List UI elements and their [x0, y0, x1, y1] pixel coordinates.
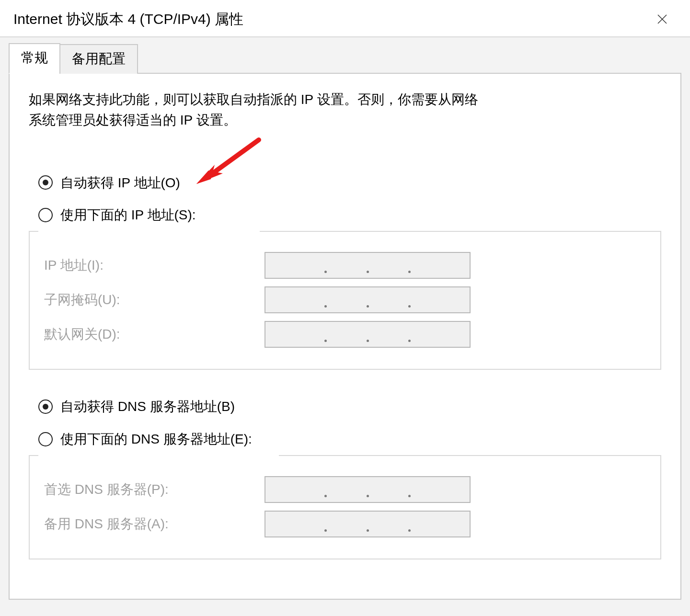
ip-settings-group: 自动获得 IP 地址(O) 使用下面的 IP 地址(S): IP 地址(I): …: [29, 174, 661, 370]
ip-address-label: IP 地址(I):: [44, 256, 264, 274]
radio-manual-ip[interactable]: 使用下面的 IP 地址(S):: [38, 206, 661, 224]
field-default-gateway: 默认网关(D):: [44, 321, 646, 348]
titlebar: Internet 协议版本 4 (TCP/IPv4) 属性: [0, 0, 690, 37]
ip-dot-icon: [367, 529, 369, 532]
field-alternate-dns: 备用 DNS 服务器(A):: [44, 511, 646, 537]
radio-icon: [38, 175, 53, 190]
field-preferred-dns: 首选 DNS 服务器(P):: [44, 476, 646, 503]
field-subnet-mask: 子网掩码(U):: [44, 286, 646, 313]
tab-general-label: 常规: [21, 50, 48, 65]
alternate-dns-label: 备用 DNS 服务器(A):: [44, 515, 264, 533]
intro-text: 如果网络支持此功能，则可以获取自动指派的 IP 设置。否则，你需要从网络系统管理…: [29, 89, 479, 131]
subnet-mask-label: 子网掩码(U):: [44, 291, 264, 309]
ip-dot-icon: [324, 340, 327, 342]
radio-auto-ip-label: 自动获得 IP 地址(O): [60, 174, 180, 192]
radio-icon: [38, 432, 53, 446]
dns-fieldset: 首选 DNS 服务器(P): 备用 DNS 服务器(A):: [29, 455, 661, 559]
subnet-mask-input[interactable]: [264, 286, 471, 313]
ip-dot-icon: [324, 271, 327, 273]
dialog-body: 常规 备用配置 如果网络支持此功能，则可以获取自动指派的 IP 设置。否则，你需…: [0, 37, 690, 608]
radio-manual-dns[interactable]: 使用下面的 DNS 服务器地址(E):: [38, 430, 661, 448]
ip-dot-icon: [408, 271, 411, 273]
preferred-dns-label: 首选 DNS 服务器(P):: [44, 480, 264, 499]
radio-auto-dns-label: 自动获得 DNS 服务器地址(B): [60, 398, 235, 416]
preferred-dns-input[interactable]: [264, 476, 471, 503]
ip-dot-icon: [367, 340, 369, 342]
field-ip-address: IP 地址(I):: [44, 252, 646, 279]
default-gateway-label: 默认网关(D):: [44, 325, 264, 343]
radio-manual-dns-label: 使用下面的 DNS 服务器地址(E):: [60, 430, 252, 448]
ip-dot-icon: [367, 495, 369, 497]
ip-dot-icon: [324, 529, 327, 532]
window-title: Internet 协议版本 4 (TCP/IPv4) 属性: [13, 10, 243, 29]
tab-general[interactable]: 常规: [9, 43, 60, 74]
ip-dot-icon: [324, 305, 327, 308]
ip-dot-icon: [408, 340, 411, 342]
ip-dot-icon: [408, 305, 411, 308]
tab-alternate[interactable]: 备用配置: [59, 44, 138, 74]
ip-dot-icon: [367, 271, 369, 273]
radio-auto-dns[interactable]: 自动获得 DNS 服务器地址(B): [38, 398, 661, 416]
ip-address-input[interactable]: [264, 252, 471, 279]
tab-alternate-label: 备用配置: [72, 51, 126, 66]
radio-manual-ip-label: 使用下面的 IP 地址(S):: [60, 206, 196, 224]
close-icon: [656, 13, 668, 25]
ip-dot-icon: [408, 495, 411, 497]
ip-dot-icon: [367, 305, 369, 308]
tab-panel-general: 如果网络支持此功能，则可以获取自动指派的 IP 设置。否则，你需要从网络系统管理…: [9, 73, 681, 600]
tab-bar: 常规 备用配置: [9, 42, 681, 73]
radio-icon: [38, 208, 53, 222]
default-gateway-input[interactable]: [264, 321, 471, 348]
alternate-dns-input[interactable]: [264, 511, 471, 537]
ip-dot-icon: [408, 529, 411, 532]
radio-auto-ip[interactable]: 自动获得 IP 地址(O): [38, 174, 661, 192]
ip-fieldset: IP 地址(I): 子网掩码(U): 默认网: [29, 231, 661, 370]
ip-dot-icon: [324, 495, 327, 497]
svg-line-4: [210, 140, 259, 175]
radio-icon: [38, 399, 53, 414]
dns-settings-group: 自动获得 DNS 服务器地址(B) 使用下面的 DNS 服务器地址(E): 首选…: [29, 398, 661, 559]
close-button[interactable]: [648, 9, 677, 30]
